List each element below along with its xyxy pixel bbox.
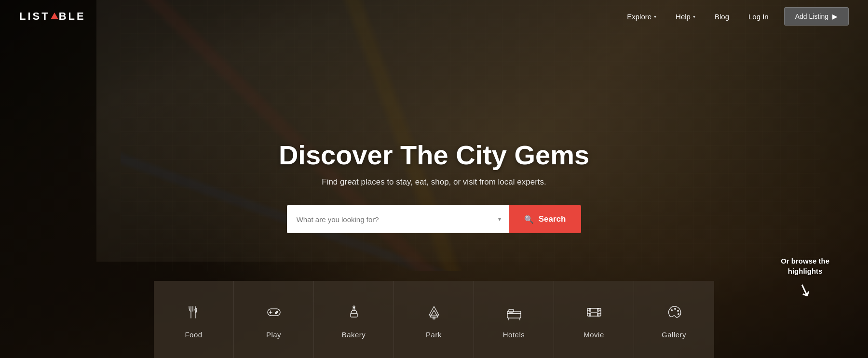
nav-explore-label: Explore	[627, 13, 651, 21]
nav-help-label: Help	[676, 13, 691, 21]
svg-point-29	[674, 308, 676, 310]
nav-links: Explore ▾ Help ▾ Blog Log In Add Listing…	[619, 7, 849, 26]
hotels-icon	[502, 301, 526, 324]
logo-text-after: BLE	[59, 10, 86, 23]
add-listing-label: Add Listing	[795, 13, 828, 20]
svg-rect-24	[589, 313, 591, 316]
food-label: Food	[185, 331, 202, 339]
svg-rect-8	[351, 313, 357, 317]
food-icon	[182, 301, 205, 324]
bakery-label: Bakery	[342, 331, 366, 339]
logo-text-before: LIST	[19, 10, 50, 23]
explore-chevron-icon: ▾	[654, 14, 656, 19]
nav-login[interactable]: Log In	[741, 9, 776, 25]
movie-label: Movie	[583, 331, 604, 339]
search-input-wrapper: ▾	[287, 205, 509, 233]
svg-point-6	[276, 311, 278, 312]
svg-rect-25	[597, 308, 599, 311]
search-input[interactable]	[287, 205, 509, 233]
bakery-icon	[342, 301, 366, 324]
site-logo[interactable]: LIST BLE	[19, 10, 86, 23]
category-bakery[interactable]: Bakery	[314, 281, 394, 358]
search-icon: 🔍	[524, 214, 534, 224]
svg-rect-26	[597, 313, 599, 316]
movie-icon	[583, 301, 606, 324]
add-listing-button[interactable]: Add Listing ▶	[784, 7, 849, 26]
play-label: Play	[266, 331, 281, 339]
category-play[interactable]: Play	[234, 281, 314, 358]
park-icon	[422, 301, 446, 324]
category-park[interactable]: Park	[394, 281, 474, 358]
svg-rect-12	[433, 317, 435, 319]
category-movie[interactable]: Movie	[554, 281, 634, 358]
hotels-label: Hotels	[503, 331, 525, 339]
category-food[interactable]: Food	[154, 281, 234, 358]
park-label: Park	[426, 331, 442, 339]
categories-row: Food Play	[154, 281, 714, 358]
hero-subtitle: Find great places to stay, eat, shop, or…	[265, 177, 603, 187]
svg-rect-23	[589, 308, 591, 311]
svg-point-30	[677, 310, 679, 312]
hero-content: Discover The City Gems Find great places…	[265, 140, 603, 233]
svg-point-7	[275, 312, 276, 314]
svg-point-9	[353, 306, 355, 308]
logo-triangle-icon	[51, 13, 58, 19]
add-listing-arrow-icon: ▶	[832, 13, 838, 20]
gallery-label: Gallery	[662, 331, 686, 339]
navbar: LIST BLE Explore ▾ Help ▾ Blog Log In Ad…	[0, 0, 868, 33]
hero-title: Discover The City Gems	[265, 140, 603, 170]
search-bar: ▾ 🔍 Search	[265, 205, 603, 233]
nav-blog-label: Blog	[715, 13, 729, 21]
search-button-label: Search	[539, 214, 566, 224]
play-icon	[262, 301, 285, 324]
category-hotels[interactable]: Hotels	[474, 281, 554, 358]
nav-blog[interactable]: Blog	[707, 9, 737, 25]
nav-help[interactable]: Help ▾	[668, 9, 703, 25]
nav-explore[interactable]: Explore ▾	[619, 9, 664, 25]
nav-login-label: Log In	[748, 13, 769, 21]
hero-section: LIST BLE Explore ▾ Help ▾ Blog Log In Ad…	[0, 0, 868, 358]
help-chevron-icon: ▾	[693, 14, 695, 19]
svg-point-31	[678, 313, 679, 315]
browse-hint: Or browse thehighlights ↙	[781, 256, 829, 300]
svg-rect-15	[509, 309, 514, 312]
search-button[interactable]: 🔍 Search	[509, 205, 582, 233]
gallery-icon	[663, 301, 686, 324]
svg-point-28	[671, 309, 673, 311]
category-gallery[interactable]: Gallery	[634, 281, 714, 358]
browse-hint-text: Or browse thehighlights	[781, 257, 829, 275]
